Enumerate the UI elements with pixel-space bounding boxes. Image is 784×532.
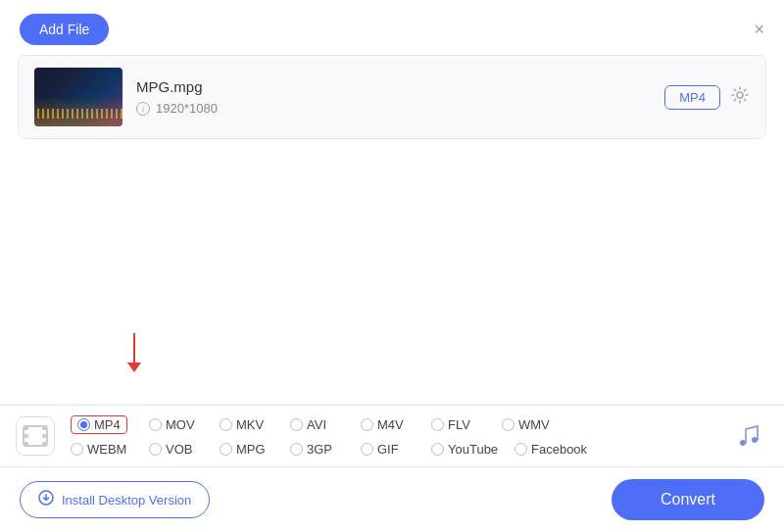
file-item: MPG.mpg i 1920*1080 MP4 — [18, 55, 766, 139]
close-button[interactable]: × — [754, 21, 764, 38]
radio-gif — [361, 443, 373, 456]
film-icon — [22, 422, 49, 450]
format-gif[interactable]: GIF — [357, 440, 427, 459]
radio-3gp — [290, 443, 303, 456]
download-svg — [38, 490, 54, 506]
format-webm[interactable]: WEBM — [67, 440, 145, 459]
radio-mkv — [220, 418, 232, 431]
format-avi[interactable]: AVI — [286, 415, 357, 434]
arrow-line — [133, 333, 135, 363]
radio-mpg — [220, 443, 232, 456]
radio-m4v — [361, 418, 373, 431]
svg-rect-6 — [42, 434, 47, 438]
file-meta: i 1920*1080 — [136, 101, 651, 116]
download-icon — [38, 490, 54, 509]
svg-rect-4 — [24, 442, 28, 446]
gear-icon — [730, 85, 750, 105]
arrow-indicator — [127, 333, 141, 372]
format-3gp-label: 3GP — [307, 442, 332, 457]
audio-format-icon[interactable] — [729, 416, 768, 456]
format-selector: MP4 MOV MKV AVI M4V — [0, 406, 784, 467]
radio-mp4 — [77, 418, 90, 431]
music-icon — [736, 423, 761, 449]
file-actions: MP4 — [664, 85, 750, 110]
radio-mov — [149, 418, 162, 431]
radio-avi — [290, 418, 303, 431]
format-facebook-label: Facebook — [531, 442, 587, 457]
file-info: MPG.mpg i 1920*1080 — [136, 78, 651, 116]
format-youtube-label: YouTube — [448, 442, 498, 457]
add-file-button[interactable]: Add File — [20, 14, 109, 45]
format-wmv[interactable]: WMV — [498, 415, 568, 434]
svg-point-0 — [737, 92, 743, 98]
format-mkv-label: MKV — [236, 417, 264, 432]
format-badge[interactable]: MP4 — [664, 85, 720, 110]
svg-rect-7 — [42, 442, 47, 446]
file-name: MPG.mpg — [136, 78, 651, 95]
format-vob[interactable]: VOB — [145, 440, 216, 459]
radio-flv — [431, 418, 444, 431]
radio-facebook — [514, 443, 527, 456]
svg-rect-2 — [24, 426, 28, 430]
format-mpg[interactable]: MPG — [216, 440, 286, 459]
format-mkv[interactable]: MKV — [216, 415, 286, 434]
format-mp4[interactable]: MP4 — [67, 413, 145, 436]
format-flv[interactable]: FLV — [427, 415, 498, 434]
action-row: Install Desktop Version Convert — [0, 467, 784, 532]
install-button[interactable]: Install Desktop Version — [20, 481, 210, 518]
format-flv-label: FLV — [448, 417, 470, 432]
install-label: Install Desktop Version — [62, 493, 191, 508]
info-icon: i — [136, 102, 150, 116]
radio-youtube — [431, 443, 444, 456]
format-mov-label: MOV — [166, 417, 195, 432]
format-youtube[interactable]: YouTube — [427, 440, 511, 459]
format-mov[interactable]: MOV — [145, 415, 216, 434]
header: Add File × — [0, 0, 784, 55]
bottom-bar: MP4 MOV MKV AVI M4V — [0, 405, 784, 532]
format-webm-label: WEBM — [87, 442, 126, 457]
format-mpg-label: MPG — [236, 442, 266, 457]
arrow-head — [127, 363, 141, 372]
format-avi-label: AVI — [307, 417, 326, 432]
format-facebook[interactable]: Facebook — [511, 440, 594, 459]
format-gif-label: GIF — [377, 442, 399, 457]
radio-wmv — [502, 418, 514, 431]
file-resolution: 1920*1080 — [156, 101, 218, 116]
video-format-icon[interactable] — [16, 416, 55, 456]
svg-rect-3 — [24, 434, 28, 438]
format-wmv-label: WMV — [518, 417, 550, 432]
convert-button[interactable]: Convert — [612, 479, 764, 520]
format-m4v-label: M4V — [377, 417, 404, 432]
svg-rect-5 — [42, 426, 47, 430]
format-vob-label: VOB — [166, 442, 192, 457]
middle-area — [0, 139, 784, 364]
radio-webm — [71, 443, 83, 456]
format-m4v[interactable]: M4V — [357, 415, 427, 434]
radio-vob — [149, 443, 162, 456]
settings-button[interactable] — [730, 85, 750, 110]
file-thumbnail — [34, 68, 122, 126]
format-mp4-label: MP4 — [94, 417, 121, 432]
format-3gp[interactable]: 3GP — [286, 440, 357, 459]
